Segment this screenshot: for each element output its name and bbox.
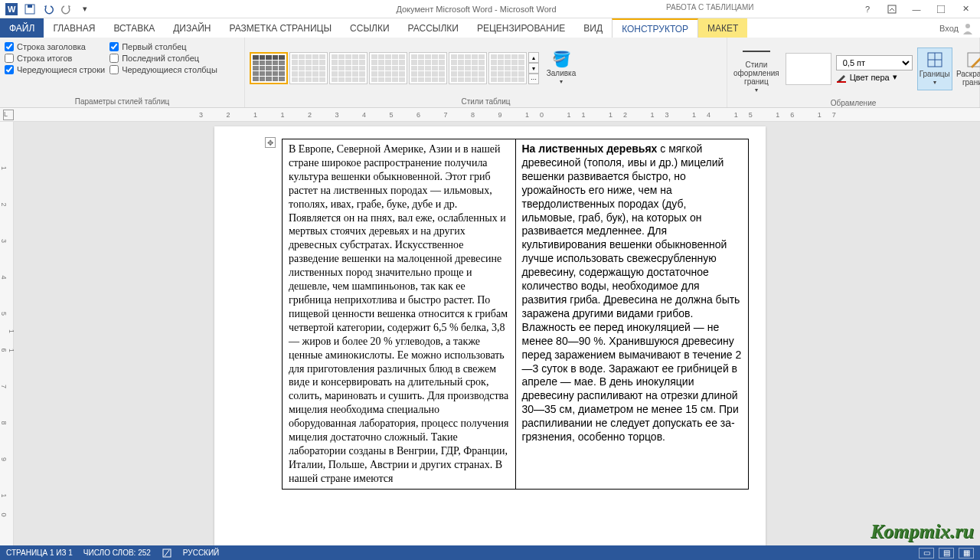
ribbon: Строка заголовка Строка итогов Чередующи… [0, 38, 980, 108]
pen-color-button[interactable]: Цвет пера ▾ [836, 72, 913, 83]
redo-icon[interactable] [58, 2, 75, 17]
gallery-up-icon[interactable]: ▴ [528, 52, 539, 63]
table-cell-left[interactable]: В Европе, Северной Америке, Азии и в наш… [283, 139, 516, 490]
vertical-ruler[interactable]: 1 2 3 4 5 6 7 8 9 10 11 [0, 122, 14, 545]
paint-bucket-icon: 🪣 [552, 51, 571, 67]
minimize-icon[interactable]: — [905, 2, 928, 17]
table-style-7[interactable] [488, 52, 527, 84]
document-area: 1 2 3 4 5 6 7 8 9 10 11 ✥ В Европе, Севе… [0, 122, 980, 545]
view-web-icon[interactable]: ▦ [959, 548, 974, 558]
border-painter-icon [966, 51, 980, 68]
tab-page-layout[interactable]: РАЗМЕТКА СТРАНИЦЫ [220, 18, 341, 38]
status-word-count[interactable]: ЧИСЛО СЛОВ: 252 [83, 549, 151, 557]
document-table[interactable]: В Европе, Северной Америке, Азии и в наш… [282, 139, 749, 490]
title-bar: W ▾ Документ Microsoft Word - Microsoft … [0, 0, 980, 18]
svg-rect-8 [837, 81, 846, 83]
table-style-6[interactable] [449, 52, 487, 84]
group-style-options-label: Параметры стилей таблиц [5, 96, 240, 106]
pen-weight-combo[interactable]: 0,5 пт [836, 55, 913, 70]
table-style-3[interactable] [329, 52, 368, 84]
view-read-icon[interactable]: ▭ [919, 548, 934, 558]
borders-button[interactable]: Границы▾ [917, 47, 952, 90]
tab-home[interactable]: ГЛАВНАЯ [44, 18, 104, 38]
shading-button[interactable]: 🪣 Заливка▾ [544, 47, 579, 89]
undo-icon[interactable] [40, 2, 57, 17]
tab-review[interactable]: РЕЦЕНЗИРОВАНИЕ [468, 18, 574, 38]
horizontal-ruler[interactable]: 3 2 1 1 2 3 4 5 6 7 8 9 10 11 12 13 14 1… [0, 108, 980, 122]
close-icon[interactable]: ✕ [954, 2, 977, 17]
tab-references[interactable]: ССЫЛКИ [341, 18, 398, 38]
chk-header-row[interactable]: Строка заголовка [5, 42, 105, 51]
border-painter-button[interactable]: Раскраска границ [957, 48, 980, 90]
ribbon-tabs: ФАЙЛ ГЛАВНАЯ ВСТАВКА ДИЗАЙН РАЗМЕТКА СТР… [0, 18, 980, 38]
window-controls: ? — ✕ [856, 2, 980, 17]
table-styles-gallery[interactable]: ▴ ▾ ⋯ [250, 52, 539, 84]
gallery-more-icon[interactable]: ⋯ [528, 74, 539, 84]
quick-access-toolbar: W ▾ [0, 2, 96, 17]
svg-rect-5 [937, 5, 945, 13]
table-style-1[interactable] [250, 52, 288, 84]
chk-banded-cols[interactable]: Чередующиеся столбцы [109, 65, 217, 74]
chk-banded-rows[interactable]: Чередующиеся строки [5, 65, 105, 74]
chk-last-col[interactable]: Последний столбец [109, 54, 217, 63]
svg-point-6 [965, 24, 970, 28]
status-page[interactable]: СТРАНИЦА 1 ИЗ 1 [6, 549, 73, 557]
svg-text:W: W [8, 5, 16, 14]
group-table-styles-label: Стили таблиц [250, 96, 722, 106]
ribbon-options-icon[interactable] [880, 2, 903, 17]
table-style-2[interactable] [289, 52, 328, 84]
user-icon [962, 22, 974, 34]
chk-first-col[interactable]: Первый столбец [109, 42, 217, 51]
status-language[interactable]: РУССКИЙ [183, 549, 219, 557]
tab-mailings[interactable]: РАССЫЛКИ [399, 18, 468, 38]
status-proofing-icon[interactable] [162, 548, 172, 558]
qat-customize-icon[interactable]: ▾ [77, 2, 93, 17]
help-icon[interactable]: ? [856, 2, 879, 17]
tab-file[interactable]: ФАЙЛ [0, 18, 44, 38]
svg-rect-3 [28, 5, 32, 8]
gallery-down-icon[interactable]: ▾ [528, 63, 539, 74]
svg-rect-4 [888, 5, 896, 13]
sign-in[interactable]: Вход [933, 18, 980, 38]
tab-insert[interactable]: ВСТАВКА [104, 18, 164, 38]
tab-table-layout[interactable]: МАКЕТ [698, 18, 747, 38]
table-style-5[interactable] [409, 52, 447, 84]
table-cell-right[interactable]: На лиственных деревьях с мягкой древесин… [515, 139, 749, 490]
tab-table-design[interactable]: КОНСТРУКТОР [612, 18, 698, 38]
border-styles-button[interactable]: Стили оформления границ▾ [732, 41, 781, 97]
table-row: В Европе, Северной Америке, Азии и в наш… [283, 139, 749, 490]
pen-style-combo[interactable] [786, 53, 831, 85]
save-icon[interactable] [21, 2, 38, 17]
table-tools-context: РАБОТА С ТАБЛИЦАМИ [666, 3, 753, 11]
chk-total-row[interactable]: Строка итогов [5, 54, 105, 63]
page[interactable]: ✥ В Европе, Северной Америке, Азии и в н… [214, 126, 766, 545]
tab-design[interactable]: ДИЗАЙН [164, 18, 220, 38]
table-move-handle-icon[interactable]: ✥ [265, 137, 276, 148]
pen-icon [836, 72, 847, 83]
status-bar: СТРАНИЦА 1 ИЗ 1 ЧИСЛО СЛОВ: 252 РУССКИЙ … [0, 545, 980, 560]
tab-view[interactable]: ВИД [574, 18, 612, 38]
word-icon[interactable]: W [3, 2, 20, 17]
maximize-icon[interactable] [929, 2, 952, 17]
table-style-4[interactable] [369, 52, 407, 84]
border-sample-icon [741, 44, 772, 59]
view-print-icon[interactable]: ▤ [939, 548, 954, 558]
group-framing-label: Обрамление [732, 97, 975, 107]
borders-icon [926, 51, 943, 68]
